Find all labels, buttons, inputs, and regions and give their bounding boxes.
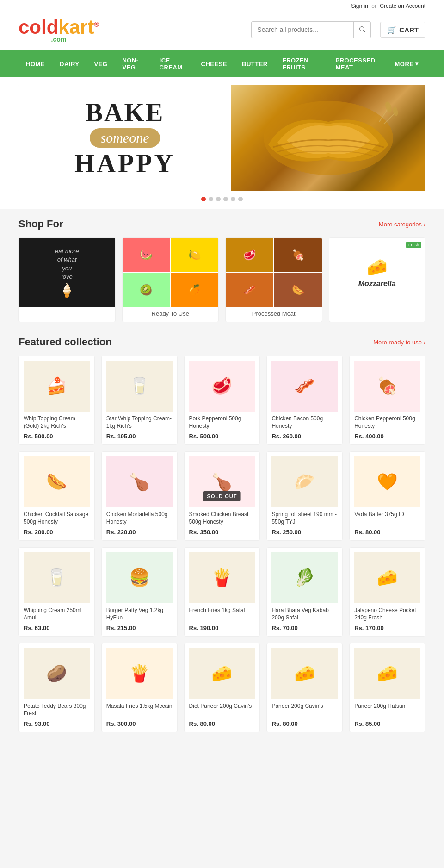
product-name: Chicken Cocktail Sausage 500g Honesty bbox=[24, 511, 90, 526]
product-image: 🍗 SOLD OUT bbox=[189, 456, 255, 507]
product-card[interactable]: 🥓 Chicken Bacon 500g Honesty Rs. 260.00 bbox=[266, 356, 343, 445]
signin-link[interactable]: Sign in bbox=[351, 3, 368, 9]
sold-out-badge: SOLD OUT bbox=[204, 491, 241, 501]
nav-cheese[interactable]: CHEESE bbox=[194, 54, 234, 74]
create-account-link[interactable]: Create an Account bbox=[380, 3, 426, 9]
product-name: Hara Bhara Veg Kabab 200g Safal bbox=[271, 607, 338, 622]
hero-bake: BAKE bbox=[86, 100, 165, 125]
nav-processedmeat[interactable]: PROCESSED MEAT bbox=[328, 50, 388, 77]
categories-grid: eat moreof whatyoulove 🍦 🍉 🍋 🥝 🍊 Ready T… bbox=[18, 237, 426, 322]
product-price: Rs. 500.00 bbox=[189, 433, 255, 440]
product-name: Paneer 200g Hatsun bbox=[354, 703, 420, 718]
product-card[interactable]: 🥩 Pork Pepperoni 500g Honesty Rs. 500.00 bbox=[184, 356, 260, 445]
nav-veg[interactable]: VEG bbox=[86, 54, 115, 74]
cart-button[interactable]: 🛒 CART bbox=[380, 22, 426, 38]
logo-kart: kart bbox=[58, 16, 94, 38]
product-card[interactable]: 🍟 Masala Fries 1.5kg Mccain Rs. 300.00 bbox=[101, 643, 178, 732]
header-right: 🛒 CART bbox=[251, 21, 426, 38]
product-card[interactable]: 🌭 Chicken Cocktail Sausage 500g Honesty … bbox=[18, 451, 95, 541]
product-emoji: 🧀 bbox=[211, 664, 232, 683]
search-input[interactable] bbox=[252, 22, 353, 37]
product-card[interactable]: 🍖 Chicken Pepperoni 500g Honesty Rs. 400… bbox=[349, 356, 426, 445]
product-emoji: 🍖 bbox=[377, 376, 398, 396]
product-price: Rs. 190.00 bbox=[189, 624, 255, 631]
main-nav: HOME DAIRY VEG NON-VEG ICE CREAM CHEESE … bbox=[0, 50, 444, 77]
product-name: French Fries 1kg Safal bbox=[189, 607, 255, 622]
logo-reg: ® bbox=[94, 21, 99, 28]
search-icon bbox=[358, 25, 366, 33]
category-card-readytouse[interactable]: 🍉 🍋 🥝 🍊 Ready To Use bbox=[122, 237, 219, 322]
product-emoji: 🍟 bbox=[129, 664, 150, 683]
product-card[interactable]: 🧀 Paneer 200g Hatsun Rs. 85.00 bbox=[349, 643, 426, 732]
product-price: Rs. 400.00 bbox=[354, 433, 420, 440]
product-card[interactable]: 🥛 Star Whip Topping Cream- 1kg Rich's Rs… bbox=[101, 356, 178, 445]
croissant-svg bbox=[259, 85, 398, 191]
more-categories-link[interactable]: More categories › bbox=[379, 221, 426, 228]
product-card[interactable]: 🍗 Chicken Mortadella 500g Honesty Rs. 22… bbox=[101, 451, 178, 541]
product-card[interactable]: 🍗 SOLD OUT Smoked Chicken Breast 500g Ho… bbox=[184, 451, 260, 541]
svg-line-4 bbox=[384, 112, 395, 124]
shop-for-header: Shop For More categories › bbox=[18, 218, 426, 230]
nav-butter[interactable]: BUTTER bbox=[234, 54, 275, 74]
product-card[interactable]: 🥛 Whipping Cream 250ml Amul Rs. 63.00 bbox=[18, 547, 95, 637]
product-card[interactable]: 🍟 French Fries 1kg Safal Rs. 190.00 bbox=[184, 547, 260, 637]
logo[interactable]: coldkart® .com bbox=[18, 16, 99, 43]
nav-more[interactable]: MORE bbox=[388, 54, 426, 74]
category-card-icecream[interactable]: eat moreof whatyoulove 🍦 bbox=[18, 237, 116, 322]
product-card[interactable]: 🧀 Jalapeno Cheese Pocket 240g Fresh Rs. … bbox=[349, 547, 426, 637]
nav-nonveg[interactable]: NON-VEG bbox=[115, 50, 152, 77]
product-image: 🍟 bbox=[106, 648, 173, 699]
product-image: 🍖 bbox=[354, 361, 420, 412]
product-name: Star Whip Topping Cream- 1kg Rich's bbox=[106, 415, 173, 430]
products-grid: 🍰 Whip Topping Cream (Gold) 2kg Rich's R… bbox=[18, 356, 426, 732]
nav-home[interactable]: HOME bbox=[18, 54, 52, 74]
product-name: Spring roll sheet 190 mm - 550g TYJ bbox=[271, 511, 338, 526]
product-card[interactable]: 🥔 Potato Teddy Bears 300g Fresh Rs. 93.0… bbox=[18, 643, 95, 732]
product-image: 🍗 bbox=[106, 456, 173, 507]
product-name: Chicken Pepperoni 500g Honesty bbox=[354, 415, 420, 430]
cart-icon: 🛒 bbox=[387, 25, 396, 34]
product-price: Rs. 195.00 bbox=[106, 433, 173, 440]
product-card[interactable]: 🥬 Hara Bhara Veg Kabab 200g Safal Rs. 70… bbox=[266, 547, 343, 637]
product-card[interactable]: 🍔 Burger Patty Veg 1.2kg HyFun Rs. 215.0… bbox=[101, 547, 178, 637]
cart-label: CART bbox=[399, 26, 419, 34]
product-emoji: 🍗 bbox=[211, 472, 232, 492]
product-image: 🥛 bbox=[24, 552, 90, 603]
dot-6[interactable] bbox=[238, 197, 243, 201]
dot-1[interactable] bbox=[201, 197, 206, 201]
product-image: 🥔 bbox=[24, 648, 90, 699]
logo-cold: cold bbox=[18, 16, 58, 38]
product-emoji: 🥬 bbox=[294, 568, 315, 587]
svg-point-0 bbox=[360, 26, 364, 31]
product-emoji: 🧡 bbox=[377, 472, 398, 492]
dot-3[interactable] bbox=[216, 197, 221, 201]
product-card[interactable]: 🧀 Paneer 200g Cavin's Rs. 80.00 bbox=[266, 643, 343, 732]
product-emoji: 🌭 bbox=[46, 472, 67, 492]
nav-icecream[interactable]: ICE CREAM bbox=[152, 50, 194, 77]
more-readytouse-link[interactable]: More ready to use › bbox=[373, 339, 426, 346]
product-emoji: 🍔 bbox=[129, 568, 150, 587]
hero-section: BAKE someone HAPPY bbox=[0, 77, 444, 191]
product-price: Rs. 350.00 bbox=[189, 529, 255, 536]
search-button[interactable] bbox=[353, 22, 370, 38]
product-image: 🧀 bbox=[354, 648, 420, 699]
product-card[interactable]: 🥟 Spring roll sheet 190 mm - 550g TYJ Rs… bbox=[266, 451, 343, 541]
hero-image bbox=[231, 85, 426, 191]
product-price: Rs. 70.00 bbox=[271, 624, 338, 631]
category-card-mozzarella[interactable]: Fresh 🧀 Mozzarella bbox=[329, 237, 426, 322]
product-card[interactable]: 🧡 Vada Batter 375g ID Rs. 80.00 bbox=[349, 451, 426, 541]
search-box bbox=[251, 21, 371, 38]
product-price: Rs. 170.00 bbox=[354, 624, 420, 631]
product-card[interactable]: 🧀 Diet Paneer 200g Cavin's Rs. 80.00 bbox=[184, 643, 260, 732]
nav-frozenfruits[interactable]: FROZEN FRUITS bbox=[275, 50, 328, 77]
product-name: Diet Paneer 200g Cavin's bbox=[189, 703, 255, 718]
product-emoji: 🍰 bbox=[46, 376, 67, 396]
dot-4[interactable] bbox=[223, 197, 228, 201]
dot-5[interactable] bbox=[231, 197, 235, 201]
product-card[interactable]: 🍰 Whip Topping Cream (Gold) 2kg Rich's R… bbox=[18, 356, 95, 445]
product-price: Rs. 300.00 bbox=[106, 720, 173, 727]
dot-2[interactable] bbox=[209, 197, 213, 201]
featured-header: Featured collection More ready to use › bbox=[18, 336, 426, 348]
category-card-processedmeat[interactable]: 🥩 🍖 🥓 🌭 Processed Meat bbox=[225, 237, 322, 322]
nav-dairy[interactable]: DAIRY bbox=[52, 54, 86, 74]
